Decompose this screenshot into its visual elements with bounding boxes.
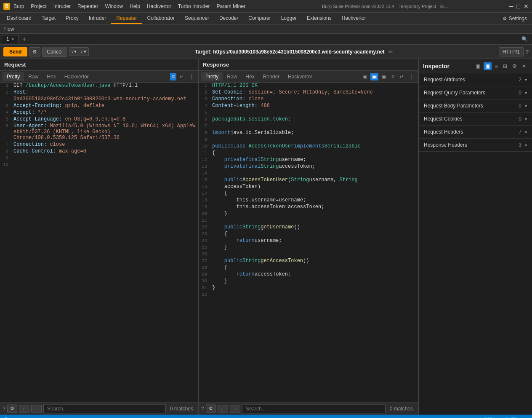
inspector-section-body-params-header[interactable]: Request Body Parameters 0 ▾ bbox=[419, 99, 532, 112]
response-newline-icon[interactable]: ↵ bbox=[398, 73, 405, 80]
inspector-close-icon[interactable]: ✕ bbox=[520, 62, 528, 70]
inspector-align-icon[interactable]: ≡ bbox=[493, 62, 500, 70]
nav-back-button[interactable]: ‹ ▾ bbox=[69, 47, 79, 56]
send-button[interactable]: Send bbox=[3, 47, 27, 56]
maximize-button[interactable]: □ bbox=[517, 3, 520, 10]
response-search-next-button[interactable]: → bbox=[230, 405, 240, 413]
inspector-section-request-headers-header[interactable]: Request Headers 7 ▾ bbox=[419, 126, 532, 138]
menu-window[interactable]: Window bbox=[105, 3, 123, 9]
menu-repeater[interactable]: Repeater bbox=[77, 3, 98, 9]
inspector-settings-icon[interactable]: ⚙ bbox=[511, 62, 519, 70]
flow-label[interactable]: Flow bbox=[3, 26, 14, 32]
response-tab-hex[interactable]: Hex bbox=[241, 72, 258, 81]
request-newline-icon[interactable]: ↵ bbox=[178, 73, 186, 80]
response-split-icon3[interactable]: ▣ bbox=[380, 73, 388, 80]
minimize-button[interactable]: ─ bbox=[509, 3, 513, 10]
inspector-section-query-params-header[interactable]: Request Query Parameters 0 ▾ bbox=[419, 86, 532, 99]
request-panel: Request Pretty Raw Hex Hackvertor ≡ ↵ ⋮ … bbox=[0, 59, 199, 415]
target-display: Target: https://0ad3005103a98e52c431b015… bbox=[90, 49, 497, 55]
tab-target[interactable]: Target bbox=[37, 13, 61, 24]
status-bar: Ready 600 bytes | 426 millis bbox=[0, 415, 532, 418]
cancel-button[interactable]: Cancel bbox=[42, 47, 67, 57]
settings-tab[interactable]: ⚙ Settings bbox=[499, 16, 530, 21]
http-version-button[interactable]: HTTP/1 bbox=[499, 47, 524, 56]
request-tab-pretty[interactable]: Pretty bbox=[3, 72, 24, 81]
response-tab-render[interactable]: Render bbox=[259, 72, 284, 81]
menu-help[interactable]: Help bbox=[130, 3, 140, 9]
request-search-help-icon[interactable]: ? bbox=[3, 406, 5, 412]
response-search-prev-button[interactable]: ← bbox=[218, 405, 228, 413]
response-search-input[interactable] bbox=[242, 404, 386, 413]
request-settings-button[interactable]: ⚙ bbox=[29, 47, 40, 56]
repeater-tab-1[interactable]: 1 ✕ bbox=[2, 35, 19, 43]
menu-hackvertor[interactable]: Hackvertor bbox=[147, 3, 171, 9]
inspector-section-cookies-header[interactable]: Request Cookies 0 ▾ bbox=[419, 113, 532, 125]
response-panel: Response Pretty Raw Hex Render Hackverto… bbox=[199, 59, 418, 415]
response-split-icon2[interactable]: ▣ bbox=[370, 73, 378, 80]
tab-extensions[interactable]: Extensions bbox=[302, 13, 337, 24]
tab-decoder[interactable]: Decoder bbox=[214, 13, 243, 24]
inspector-section-response-headers-header[interactable]: Response Headers 3 ▾ bbox=[419, 139, 532, 151]
response-more-icon[interactable]: ⋮ bbox=[407, 73, 415, 80]
nav-forward-button[interactable]: › ▾ bbox=[79, 47, 89, 56]
menu-project[interactable]: Project bbox=[31, 3, 46, 9]
tab-collaborator[interactable]: Collaborator bbox=[142, 13, 180, 24]
request-search-input[interactable] bbox=[43, 404, 166, 413]
inspector-section-count: 7 bbox=[519, 129, 521, 135]
tab-repeater[interactable]: Repeater bbox=[111, 13, 142, 24]
request-code-area[interactable]: 1 GET /backup/AccessTokenUser.java HTTP/… bbox=[0, 83, 198, 402]
response-search-settings-icon[interactable]: ⚙ bbox=[206, 405, 216, 413]
response-tab-raw[interactable]: Raw bbox=[223, 72, 241, 81]
request-search-next-button[interactable]: → bbox=[31, 405, 42, 413]
code-line: 8 Cache-Control: max-age=0 bbox=[0, 148, 198, 155]
code-line: 28 { bbox=[199, 265, 418, 271]
code-line: 25 } bbox=[199, 244, 418, 251]
request-tab-raw[interactable]: Raw bbox=[24, 72, 43, 81]
tab-sequencer[interactable]: Sequencer bbox=[180, 13, 214, 24]
inspector-icon-2[interactable]: ▣ bbox=[484, 62, 492, 70]
response-search-help-icon[interactable]: ? bbox=[201, 406, 204, 412]
request-word-wrap-icon[interactable]: ≡ bbox=[170, 73, 176, 80]
code-line: 5 bbox=[199, 110, 418, 116]
response-tab-hackvertor[interactable]: Hackvertor bbox=[284, 72, 317, 81]
inspector-panel: Inspector ▣ ▣ ≡ ⊟ ⚙ ✕ Request Attributes… bbox=[418, 59, 532, 415]
tab-comparer[interactable]: Comparer bbox=[243, 13, 276, 24]
menu-burp[interactable]: Burp bbox=[13, 3, 24, 9]
request-tab-hackvertor[interactable]: Hackvertor bbox=[60, 72, 93, 81]
response-tab-pretty[interactable]: Pretty bbox=[201, 72, 223, 81]
menu-param-miner[interactable]: Param Miner bbox=[216, 3, 245, 9]
add-tab-button[interactable]: + bbox=[20, 35, 29, 43]
close-tab-icon[interactable]: ✕ bbox=[11, 37, 14, 41]
code-line: 18 this.username=username; bbox=[199, 197, 418, 204]
request-more-icon[interactable]: ⋮ bbox=[187, 73, 196, 80]
close-button[interactable]: ✕ bbox=[524, 3, 529, 10]
response-code-area[interactable]: 1 HTTP/1.1 200 OK 2 Set-Cookie: session=… bbox=[199, 83, 418, 402]
request-search-prev-button[interactable]: ← bbox=[19, 405, 29, 413]
tab-proxy[interactable]: Proxy bbox=[61, 13, 84, 24]
code-line: 4 Content-Length: 486 bbox=[199, 103, 418, 110]
code-line: 21 bbox=[199, 217, 418, 224]
code-line: 6 packagedata.session.token; bbox=[199, 116, 418, 123]
code-line: 29 returnaccessToken; bbox=[199, 271, 418, 278]
request-search-bar: ? ⚙ ← → 0 matches bbox=[0, 402, 198, 415]
menu-turbo-intruder[interactable]: Turbo Intruder bbox=[178, 3, 210, 9]
title-bar: B Burp Project Intruder Repeater Window … bbox=[0, 0, 532, 13]
menu-intruder[interactable]: Intruder bbox=[53, 3, 71, 9]
tab-logger[interactable]: Logger bbox=[276, 13, 302, 24]
edit-target-icon[interactable]: ✏ bbox=[388, 49, 393, 55]
help-icon[interactable]: ? bbox=[525, 48, 529, 55]
search-tabs-icon[interactable]: 🔍 bbox=[519, 36, 530, 42]
inspector-header: Inspector ▣ ▣ ≡ ⊟ ⚙ ✕ bbox=[419, 59, 532, 73]
tab-hackvertor[interactable]: Hackvertor bbox=[337, 13, 371, 24]
request-search-settings-icon[interactable]: ⚙ bbox=[7, 405, 17, 413]
request-tab-hex[interactable]: Hex bbox=[43, 72, 60, 81]
inspector-section-request-attributes-header[interactable]: Request Attributes 2 ▾ bbox=[419, 73, 532, 86]
inspector-split-icon[interactable]: ⊟ bbox=[501, 62, 509, 70]
chevron-down-icon: ▾ bbox=[525, 143, 527, 147]
chevron-down-icon: ▾ bbox=[525, 117, 527, 121]
tab-intruder[interactable]: Intruder bbox=[84, 13, 111, 24]
response-word-wrap-icon[interactable]: ≡ bbox=[390, 73, 396, 80]
tab-dashboard[interactable]: Dashboard bbox=[2, 13, 37, 24]
response-split-icon1[interactable]: ▣ bbox=[361, 73, 369, 80]
inspector-icon-1[interactable]: ▣ bbox=[474, 62, 482, 70]
